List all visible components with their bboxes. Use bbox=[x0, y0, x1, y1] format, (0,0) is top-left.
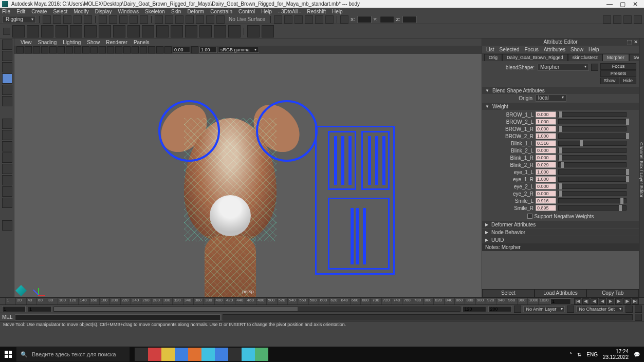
weight-value-field[interactable] bbox=[536, 111, 556, 118]
menu-redshift[interactable]: Redshift bbox=[307, 9, 326, 14]
ipr-render-icon[interactable] bbox=[295, 15, 303, 24]
xyz-toggle-icon[interactable] bbox=[340, 15, 348, 24]
z-field[interactable] bbox=[402, 16, 417, 23]
move-tool-icon[interactable] bbox=[2, 73, 12, 84]
rig-slider[interactable] bbox=[375, 136, 378, 185]
notes-header[interactable]: Notes: Morpher bbox=[482, 243, 639, 251]
shelf-constraint-icon[interactable] bbox=[185, 25, 197, 37]
menu-create[interactable]: Create bbox=[31, 9, 47, 14]
paint-tool-icon[interactable] bbox=[2, 62, 12, 72]
panel-menu-shading[interactable]: Shading bbox=[38, 40, 57, 45]
lasso-icon[interactable] bbox=[109, 15, 117, 24]
node-tab-skincluster2[interactable]: skinCluster2 bbox=[568, 54, 603, 61]
shelf-blendshape-icon[interactable] bbox=[127, 25, 140, 37]
taskbar-app-icon[interactable] bbox=[188, 348, 201, 361]
shelf-cluster-icon[interactable] bbox=[113, 25, 125, 37]
wireframe-icon[interactable] bbox=[99, 46, 106, 53]
snap-view-icon[interactable] bbox=[206, 15, 214, 24]
ae-menu-attributes[interactable]: Attributes bbox=[544, 47, 565, 52]
rig-slider[interactable] bbox=[334, 136, 337, 185]
layout-custom-icon[interactable] bbox=[2, 198, 12, 208]
language-indicator[interactable]: ENG bbox=[586, 352, 598, 357]
safe-action-icon[interactable] bbox=[82, 46, 89, 53]
rig-mouth-panel[interactable] bbox=[328, 198, 390, 270]
isolate-icon[interactable] bbox=[140, 46, 147, 53]
rotate-tool-icon[interactable] bbox=[2, 85, 12, 95]
step-fwd-key-icon[interactable]: |▶ bbox=[623, 298, 631, 304]
taskbar-search[interactable]: 🔍 Введите здесь текст для поиска bbox=[16, 347, 130, 361]
weight-slider[interactable] bbox=[558, 141, 627, 146]
taskbar-app-icon[interactable] bbox=[148, 348, 161, 361]
weight-slider[interactable] bbox=[558, 126, 627, 131]
shelf-point-icon[interactable] bbox=[214, 25, 226, 37]
rig-slider[interactable] bbox=[382, 136, 385, 185]
menu-deform[interactable]: Deform bbox=[187, 9, 204, 14]
menu-file[interactable]: File bbox=[2, 9, 10, 14]
menu-help[interactable]: Help bbox=[332, 9, 343, 14]
render-frame-icon[interactable] bbox=[284, 15, 292, 24]
soft-select-icon[interactable] bbox=[130, 15, 138, 24]
select-mode-icon[interactable] bbox=[99, 15, 107, 24]
menu-modify[interactable]: Modify bbox=[73, 9, 88, 14]
taskbar-app-icon[interactable] bbox=[228, 348, 242, 361]
save-scene-icon[interactable] bbox=[63, 15, 71, 24]
layout-graph-icon[interactable] bbox=[2, 186, 12, 197]
script-editor-icon[interactable] bbox=[635, 314, 642, 321]
hide-button[interactable]: Hide bbox=[620, 78, 637, 84]
weight-slider[interactable] bbox=[558, 169, 627, 175]
bookmark-icon[interactable] bbox=[33, 46, 40, 53]
open-scene-icon[interactable] bbox=[53, 15, 61, 24]
gamma-icon[interactable] bbox=[191, 46, 198, 53]
node-tab-dairy-goat-brown-rigged[interactable]: Dairy_Goat_Brown_Rigged bbox=[502, 54, 568, 61]
menu--3dtoall-[interactable]: - 3DtoAll - bbox=[278, 9, 301, 14]
rig-slider[interactable] bbox=[351, 208, 354, 264]
weight-value-field[interactable] bbox=[536, 133, 556, 139]
shelf-mirror-icon[interactable] bbox=[84, 25, 97, 37]
weight-value-field[interactable] bbox=[536, 126, 556, 132]
weight-value-field[interactable] bbox=[536, 140, 556, 146]
redo-icon[interactable] bbox=[84, 15, 92, 24]
menu-constrain[interactable]: Constrain bbox=[210, 9, 232, 14]
weight-slider[interactable] bbox=[558, 205, 627, 211]
new-scene-icon[interactable] bbox=[43, 15, 51, 24]
weight-value-field[interactable] bbox=[536, 162, 556, 168]
copy-tab-button[interactable]: Copy Tab bbox=[586, 289, 639, 297]
weight-slider[interactable] bbox=[558, 148, 627, 153]
notifications-icon[interactable]: 💬 bbox=[634, 352, 640, 357]
panel-menu-show[interactable]: Show bbox=[87, 40, 100, 45]
weight-value-field[interactable] bbox=[536, 119, 556, 125]
rig-slider[interactable] bbox=[348, 136, 352, 185]
camera-lock-icon[interactable] bbox=[25, 46, 32, 53]
exposure-field[interactable] bbox=[173, 47, 190, 53]
taskbar-explorer-icon[interactable] bbox=[161, 348, 175, 361]
weight-slider[interactable] bbox=[558, 177, 627, 182]
clock[interactable]: 17:24 23.12.2022 bbox=[603, 349, 629, 360]
section-deformer-attributes[interactable]: ▶Deformer Attributes bbox=[482, 221, 639, 228]
shelf-tab-toggle-icon[interactable] bbox=[3, 28, 10, 35]
ae-menu-selected[interactable]: Selected bbox=[500, 47, 520, 52]
panel-menu-view[interactable]: View bbox=[21, 40, 32, 45]
taskbar-app-icon[interactable] bbox=[175, 348, 188, 361]
tray-chevron-icon[interactable]: ˄ bbox=[569, 352, 572, 357]
shelf-lattice-icon[interactable] bbox=[99, 25, 111, 37]
xray-icon[interactable] bbox=[148, 46, 155, 53]
anim-layer-dropdown[interactable]: No Anim Layer bbox=[523, 306, 565, 312]
focus-button[interactable]: Focus bbox=[600, 63, 636, 70]
go-start-icon[interactable]: |◀ bbox=[574, 298, 581, 304]
presets-button[interactable]: Presets bbox=[600, 70, 636, 77]
time-slider[interactable]: 1204060801001201401601802002202402602803… bbox=[0, 297, 644, 304]
shelf-ik-icon[interactable] bbox=[27, 25, 39, 37]
gate-mask-icon[interactable] bbox=[74, 46, 81, 53]
shaded-icon[interactable] bbox=[107, 46, 114, 53]
snap-plane-icon[interactable] bbox=[186, 15, 194, 24]
weight-slider[interactable] bbox=[558, 119, 627, 124]
image-plane-icon[interactable] bbox=[41, 46, 48, 53]
layout-single-icon[interactable] bbox=[2, 119, 12, 129]
ae-menu-list[interactable]: List bbox=[486, 47, 494, 52]
ae-menu-show[interactable]: Show bbox=[571, 47, 583, 52]
snap-point-icon[interactable] bbox=[175, 15, 183, 24]
load-attributes-button[interactable]: Load Attributes bbox=[535, 289, 587, 297]
focus-node-icon[interactable] bbox=[591, 64, 598, 71]
scale-tool-icon[interactable] bbox=[2, 96, 12, 106]
taskbar-edge-icon[interactable] bbox=[242, 348, 255, 361]
